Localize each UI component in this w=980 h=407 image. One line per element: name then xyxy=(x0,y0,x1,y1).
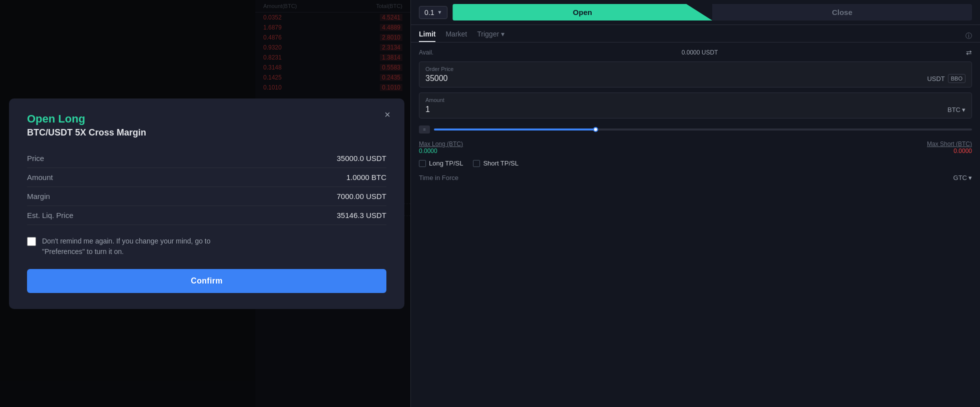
max-short-label[interactable]: Max Short (BTC) xyxy=(927,140,972,148)
right-panel: 0.1 ▼ Open Close Limit Market Trigger ▾ … xyxy=(410,0,980,407)
tif-chevron-icon: ▾ xyxy=(968,174,972,182)
amount-label: Amount xyxy=(27,173,53,182)
modal-subtitle: BTC/USDT 5X Cross Margin xyxy=(27,128,386,138)
amount-currency-dropdown[interactable]: BTC ▾ xyxy=(947,106,965,114)
order-type-tabs: Limit Market Trigger ▾ ⓘ xyxy=(411,25,980,42)
slider-track[interactable] xyxy=(434,128,972,130)
max-short-value: 0.0000 xyxy=(927,148,972,154)
amount-currency-label: BTC xyxy=(947,106,960,114)
slider-thumb[interactable] xyxy=(593,127,598,132)
order-form: Avail. 0.0000 USDT ⇄ Order Price 35000 U… xyxy=(411,42,980,407)
liq-price-label: Est. Liq. Price xyxy=(27,211,74,220)
tab-close[interactable]: Close xyxy=(712,4,972,20)
order-price-label: Order Price xyxy=(425,66,965,72)
margin-value: 7000.00 USDT xyxy=(337,192,386,200)
tif-label: Time in Force xyxy=(419,174,458,182)
left-area: Amount(BTC) Total(BTC) 0.03524.5241 1.68… xyxy=(0,0,410,407)
slider-container: ≡ xyxy=(419,124,972,136)
tif-dropdown[interactable]: GTC ▾ xyxy=(953,174,972,182)
checkbox-area: Don't remind me again. If you change you… xyxy=(27,236,386,257)
price-label: Price xyxy=(27,154,44,162)
margin-label: Margin xyxy=(27,192,50,200)
top-controls: 0.1 ▼ Open Close xyxy=(411,0,980,25)
long-tpsl-label: Long TP/SL xyxy=(429,160,463,167)
price-row: Price 35000.0 USDT xyxy=(27,149,386,168)
slider-icon: ≡ xyxy=(419,126,430,134)
amount-row: Amount 1.0000 BTC xyxy=(27,168,386,187)
confirm-modal: Open Long BTC/USDT 5X Cross Margin × Pri… xyxy=(9,98,404,309)
tab-open[interactable]: Open xyxy=(452,4,712,20)
max-long-group: Max Long (BTC) 0.0000 xyxy=(419,140,463,154)
leverage-chevron-icon: ▼ xyxy=(437,10,442,15)
short-tpsl-label: Short TP/SL xyxy=(483,160,519,167)
order-price-value[interactable]: 35000 xyxy=(425,74,448,83)
close-button[interactable]: × xyxy=(384,110,390,120)
leverage-value: 0.1 xyxy=(424,8,434,16)
avail-value: 0.0000 USDT xyxy=(682,49,718,56)
slider-fill xyxy=(434,128,596,130)
modal-header: Open Long BTC/USDT 5X Cross Margin xyxy=(27,112,386,138)
order-price-row: 35000 USDT BBO xyxy=(425,74,965,83)
modal-title-green: Open Long xyxy=(27,112,386,126)
modal-overlay: Open Long BTC/USDT 5X Cross Margin × Pri… xyxy=(0,0,410,407)
transfer-icon[interactable]: ⇄ xyxy=(966,48,972,56)
info-icon[interactable]: ⓘ xyxy=(965,32,972,40)
amount-value: 1.0000 BTC xyxy=(346,173,386,182)
max-long-label[interactable]: Max Long (BTC) xyxy=(419,140,463,148)
price-value: 35000.0 USDT xyxy=(337,154,386,162)
margin-row: Margin 7000.00 USDT xyxy=(27,187,386,206)
short-tpsl-checkbox[interactable] xyxy=(473,160,480,167)
slider-row: ≡ xyxy=(419,124,972,136)
trigger-chevron-icon: ▾ xyxy=(501,30,505,38)
amount-field-row: 1 BTC ▾ xyxy=(425,105,965,114)
tab-market[interactable]: Market xyxy=(445,30,467,42)
amount-input-group: Amount 1 BTC ▾ xyxy=(419,92,972,118)
liq-price-row: Est. Liq. Price 35146.3 USDT xyxy=(27,206,386,225)
amount-field-value[interactable]: 1 xyxy=(425,105,430,114)
amount-currency-chevron-icon: ▾ xyxy=(962,106,965,114)
max-long-value: 0.0000 xyxy=(419,148,463,154)
dont-remind-checkbox[interactable] xyxy=(27,237,36,246)
avail-label: Avail. xyxy=(419,49,433,56)
confirm-button[interactable]: Confirm xyxy=(27,269,386,293)
leverage-selector[interactable]: 0.1 ▼ xyxy=(419,6,447,19)
liq-price-value: 35146.3 USDT xyxy=(337,211,386,220)
max-short-group: Max Short (BTC) 0.0000 xyxy=(927,140,972,154)
open-close-tabs: Open Close xyxy=(452,4,972,20)
amount-field-label: Amount xyxy=(425,97,965,103)
short-tpsl-toggle[interactable]: Short TP/SL xyxy=(473,160,519,167)
tab-limit[interactable]: Limit xyxy=(419,30,435,42)
order-price-input-group: Order Price 35000 USDT BBO xyxy=(419,62,972,88)
bbo-button[interactable]: BBO xyxy=(948,74,965,83)
checkbox-label: Don't remind me again. If you change you… xyxy=(42,236,211,257)
long-tpsl-toggle[interactable]: Long TP/SL xyxy=(419,160,463,167)
tpsl-row: Long TP/SL Short TP/SL xyxy=(419,160,972,167)
max-row: Max Long (BTC) 0.0000 Max Short (BTC) 0.… xyxy=(419,140,972,154)
order-price-suffix: USDT xyxy=(927,75,944,82)
tif-value-text: GTC xyxy=(953,174,967,182)
tif-row: Time in Force GTC ▾ xyxy=(419,172,972,182)
avail-row: Avail. 0.0000 USDT ⇄ xyxy=(419,48,972,56)
long-tpsl-checkbox[interactable] xyxy=(419,160,426,167)
tab-trigger[interactable]: Trigger ▾ xyxy=(477,30,505,42)
